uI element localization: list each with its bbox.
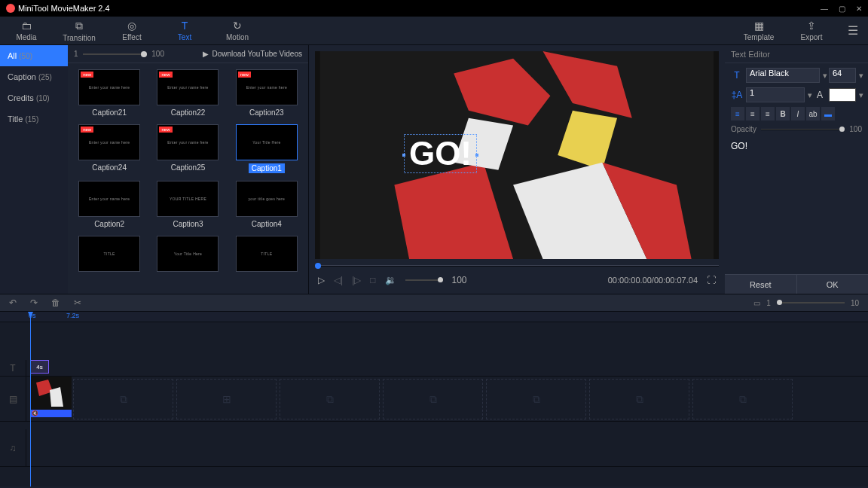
volume-icon[interactable]: 🔉 (385, 275, 396, 285)
template-icon: ▦ (754, 20, 764, 32)
stop-button[interactable]: □ (370, 275, 375, 285)
minimize-button[interactable]: — (821, 5, 828, 13)
video-clip[interactable]: 🔇 (30, 377, 72, 417)
sidebar-item-all[interactable]: All (50) (0, 45, 68, 66)
play-button[interactable]: ▷ (318, 275, 325, 285)
maximize-button[interactable]: ▢ (839, 5, 845, 13)
reset-button[interactable]: Reset (725, 274, 796, 294)
fullscreen-button[interactable]: ⛶ (707, 275, 716, 285)
opacity-slider[interactable] (761, 129, 845, 130)
toolbar-motion[interactable]: ↻Motion (211, 20, 264, 42)
volume-slider[interactable] (405, 279, 443, 281)
thumb-label: Caption4 (252, 220, 282, 228)
align-right-button[interactable]: ≡ (761, 107, 775, 120)
export-icon: ⇪ (807, 20, 816, 32)
menu-button[interactable]: ☰ (838, 20, 868, 41)
color-swatch[interactable] (829, 88, 856, 102)
text-track-icon: T (0, 360, 26, 376)
toolbar-effect[interactable]: ◎Effect (105, 20, 158, 42)
line-height-select[interactable]: 1 (746, 87, 805, 102)
youtube-icon: ▶ (203, 50, 209, 58)
font-select[interactable]: Arial Black (746, 68, 820, 83)
empty-slot[interactable]: ⧉ (486, 379, 586, 419)
text-preset-thumb[interactable]: TITLE (236, 236, 298, 272)
preview-canvas[interactable]: GO! (315, 51, 719, 259)
app-logo (6, 4, 15, 13)
effect-icon: ◎ (127, 20, 136, 32)
app-title: MiniTool MovieMaker 2.4 (18, 4, 110, 13)
download-youtube-link[interactable]: ▶Download YouTube Videos (203, 50, 302, 58)
text-preset-thumb[interactable]: newEnter your name here (78, 69, 140, 105)
toolbar-text[interactable]: TText (158, 20, 211, 42)
zoom-min: 1 (766, 299, 771, 307)
scrubber[interactable] (315, 263, 321, 269)
empty-slot[interactable]: ⧉ (280, 379, 380, 419)
time-mark: 7.2s (66, 312, 79, 319)
sidebar-item-caption[interactable]: Caption (25) (0, 66, 68, 87)
prev-frame-button[interactable]: ◁| (334, 275, 343, 285)
playhead[interactable] (30, 312, 31, 486)
toolbar-media[interactable]: 🗀Media (0, 20, 53, 42)
thumb-label: Caption1 (249, 163, 285, 173)
toolbar-transition[interactable]: ⧉Transition (53, 20, 105, 42)
delete-button[interactable]: 🗑 (51, 297, 60, 308)
text-preset-thumb[interactable]: newEnter your name here (78, 124, 140, 160)
text-preset-thumb[interactable]: Your Title Here (157, 236, 219, 272)
zoom-max: 10 (851, 299, 859, 307)
empty-slot[interactable]: ⧉ (73, 379, 173, 419)
thumb-size-slider[interactable] (83, 53, 148, 55)
text-preset-thumb[interactable]: Your Title Here (236, 124, 298, 160)
zoom-slider[interactable] (777, 302, 845, 303)
thumb-label: Caption2 (94, 220, 124, 228)
font-icon: T (731, 70, 743, 81)
text-clip[interactable]: 4s (30, 360, 49, 374)
thumb-size-min: 1 (74, 50, 78, 58)
volume-value: 100 (452, 275, 467, 285)
text-preset-thumb[interactable]: YOUR TITLE HERE (157, 181, 219, 217)
next-frame-button[interactable]: |▷ (352, 275, 361, 285)
mute-icon[interactable]: 🔇 (32, 410, 38, 416)
empty-slot[interactable]: ⧉ (692, 379, 793, 419)
thumb-label: Caption25 (171, 163, 206, 172)
opacity-label: Opacity (731, 125, 756, 133)
text-overlay[interactable]: GO! (404, 134, 477, 173)
cut-button[interactable]: ✂ (74, 297, 81, 308)
sidebar-item-credits[interactable]: Credits (10) (0, 87, 68, 108)
highlight-color-button[interactable]: ▬ (821, 107, 835, 120)
thumb-label: Caption23 (249, 108, 284, 117)
align-left-button[interactable]: ≡ (731, 107, 744, 120)
bold-button[interactable]: B (776, 107, 790, 120)
text-input[interactable]: GO! (731, 138, 862, 270)
line-height-icon: ‡A (731, 90, 743, 100)
time-display: 00:00:00.00/00:00:07.04 (608, 276, 698, 285)
text-icon: T (182, 20, 188, 32)
redo-button[interactable]: ↷ (30, 297, 38, 308)
text-preset-thumb[interactable]: Enter your name here (78, 181, 140, 217)
empty-slot[interactable]: ⧉ (383, 379, 483, 419)
opacity-value: 100 (849, 125, 862, 133)
sidebar-item-title[interactable]: Title (15) (0, 108, 68, 130)
thumb-label: Caption22 (171, 108, 206, 117)
undo-button[interactable]: ↶ (9, 297, 17, 308)
toolbar-export[interactable]: ⇪Export (785, 20, 838, 41)
text-preset-thumb[interactable]: newEnter your name here (236, 69, 298, 105)
audio-track-icon: ♫ (0, 429, 26, 466)
highlight-button[interactable]: ab (806, 107, 820, 120)
thumb-label: Caption21 (92, 108, 127, 117)
text-preset-thumb[interactable]: newEnter your name here (157, 124, 219, 160)
text-preset-thumb[interactable]: TITLE (78, 236, 140, 272)
close-button[interactable]: ✕ (856, 5, 862, 13)
fit-button[interactable]: ▭ (753, 299, 760, 307)
text-preset-thumb[interactable]: newEnter your name here (157, 69, 219, 105)
transition-icon: ⧉ (75, 20, 83, 32)
empty-slot[interactable]: ⧉ (589, 379, 689, 419)
motion-icon: ↻ (233, 20, 242, 32)
toolbar-template[interactable]: ▦Template (732, 20, 785, 41)
ok-button[interactable]: OK (796, 274, 869, 294)
empty-slot[interactable]: ⊞ (176, 379, 277, 419)
align-center-button[interactable]: ≡ (746, 107, 760, 120)
font-size-select[interactable]: 64 (829, 68, 856, 83)
italic-button[interactable]: I (791, 107, 805, 120)
text-preset-thumb[interactable]: your title goes here (236, 181, 298, 217)
editor-title: Text Editor (725, 45, 868, 63)
